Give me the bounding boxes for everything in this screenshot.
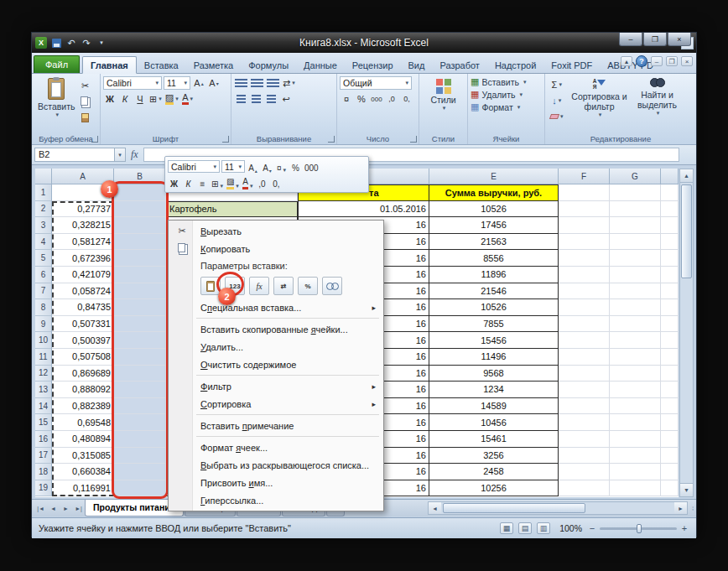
cell-E13[interactable]: 1234	[429, 382, 559, 398]
menu-item-17[interactable]: Присвоить имя...	[170, 474, 382, 491]
row-header-18[interactable]: 18	[35, 464, 52, 480]
cell-B1[interactable]	[114, 184, 166, 201]
shrink-font-icon[interactable]: А▾	[261, 160, 273, 174]
workbook-minimize-icon[interactable]: –	[651, 56, 663, 66]
find-select-button[interactable]: Найти и выделить ▾	[630, 76, 685, 123]
mini-font-family-combo[interactable]: Calibri▾	[168, 160, 220, 173]
row-header-12[interactable]: 12	[35, 366, 52, 382]
cell-B18[interactable]	[114, 464, 166, 480]
cell-x7[interactable]	[661, 283, 679, 300]
cell-E8[interactable]: 10526	[429, 299, 559, 316]
cell-A3[interactable]: 0,328215	[52, 217, 114, 234]
undo-icon[interactable]: ↶	[65, 37, 77, 49]
minimize-ribbon-icon[interactable]: ▴	[621, 56, 632, 66]
cell-G5[interactable]	[610, 250, 661, 267]
shrink-font-icon[interactable]: А▾	[207, 76, 221, 90]
row-header-9[interactable]: 9	[35, 316, 52, 333]
ribbon-tab-10[interactable]: Foxit PDF	[543, 57, 600, 73]
cell-x17[interactable]	[661, 448, 679, 465]
decrease-decimal-icon[interactable]: 0,	[270, 176, 283, 189]
cell-A18[interactable]: 0,660384	[52, 464, 114, 480]
row-header-19[interactable]: 19	[35, 480, 52, 497]
menu-item-4[interactable]: Специальная вставка...▸	[170, 298, 382, 316]
ribbon-tab-4[interactable]: Формулы	[241, 57, 296, 73]
cell-F10[interactable]	[559, 332, 610, 349]
cell-A1[interactable]	[52, 184, 114, 201]
minimize-button[interactable]: –	[619, 33, 642, 46]
row-header-7[interactable]: 7	[35, 283, 52, 300]
cell-B7[interactable]	[114, 283, 166, 300]
cut-icon[interactable]: ✂	[79, 79, 92, 92]
align-center-icon[interactable]: ≡	[196, 176, 209, 189]
row-header-2[interactable]: 2	[35, 201, 52, 218]
cell-B14[interactable]	[114, 398, 166, 415]
paste-formulas-icon[interactable]: fx	[249, 277, 269, 295]
paste-link-icon[interactable]	[322, 277, 342, 295]
font-dialog-launcher[interactable]	[222, 136, 229, 143]
column-header-B[interactable]: B	[114, 169, 166, 184]
row-header-4[interactable]: 4	[35, 234, 52, 251]
cell-A7[interactable]: 0,058724	[52, 283, 114, 300]
cell-E3[interactable]: 17456	[429, 217, 559, 234]
font-color-icon[interactable]: А▾	[181, 92, 195, 106]
cell-F1[interactable]	[559, 184, 610, 201]
cell-F6[interactable]	[559, 267, 610, 283]
cell-x14[interactable]	[661, 398, 679, 415]
row-header-13[interactable]: 13	[35, 382, 52, 398]
ribbon-tab-9[interactable]: Надстрой	[487, 57, 543, 73]
cell-x9[interactable]	[661, 316, 679, 333]
cell-B4[interactable]	[114, 234, 166, 251]
cell-E4[interactable]: 21563	[429, 234, 559, 251]
cell-x11[interactable]	[661, 349, 679, 366]
cell-E2[interactable]: 10526	[429, 201, 559, 218]
zoom-thumb[interactable]	[637, 524, 642, 533]
cell-G11[interactable]	[610, 349, 661, 366]
cell-F17[interactable]	[559, 448, 610, 465]
row-header-17[interactable]: 17	[35, 448, 52, 465]
cell-A16[interactable]: 0,480894	[52, 431, 114, 448]
menu-item-10[interactable]: Фильтр▸	[170, 377, 382, 395]
percent-style-icon[interactable]: %	[355, 92, 368, 106]
cell-B11[interactable]	[114, 349, 166, 366]
cell-F3[interactable]	[559, 217, 610, 234]
cell-A12[interactable]: 0,869689	[52, 366, 114, 382]
row-header-6[interactable]: 6	[35, 267, 52, 283]
cell-A8[interactable]: 0,84735	[52, 299, 114, 316]
page-layout-view-icon[interactable]: ▤	[518, 522, 532, 534]
delete-cells-button[interactable]: ▦ Удалить ▾	[471, 89, 542, 100]
align-center-icon[interactable]	[249, 92, 263, 106]
cell-B9[interactable]	[114, 316, 166, 333]
cell-F19[interactable]	[559, 480, 610, 497]
number-dialog-launcher[interactable]	[410, 136, 417, 143]
cell-B5[interactable]	[114, 250, 166, 267]
ribbon-tab-2[interactable]: Вставка	[137, 57, 186, 73]
redo-icon[interactable]: ↷	[81, 37, 92, 49]
cell-F9[interactable]	[559, 316, 610, 333]
cell-x18[interactable]	[661, 464, 679, 480]
tab-split-handle[interactable]: ⁞	[689, 500, 696, 516]
close-button[interactable]: ×	[668, 33, 691, 46]
ribbon-tab-0[interactable]: Файл	[34, 55, 80, 73]
comma-style-icon[interactable]: 000	[370, 92, 383, 106]
workbook-close-icon[interactable]: ×	[681, 56, 693, 66]
sort-filter-button[interactable]: АЯ Сортировка и фильтр ▾	[569, 76, 630, 123]
cell-B10[interactable]	[114, 332, 166, 349]
maximize-button[interactable]: ❐	[643, 33, 667, 46]
save-icon[interactable]	[50, 37, 62, 49]
column-header-partial[interactable]	[661, 169, 679, 184]
vertical-scroll-thumb[interactable]	[681, 184, 692, 278]
cell-G7[interactable]	[610, 283, 661, 300]
cell-E11[interactable]: 11496	[429, 349, 559, 366]
cell-B17[interactable]	[114, 448, 166, 465]
scroll-up-icon[interactable]: ▲	[680, 169, 693, 183]
last-sheet-icon[interactable]: ►|	[72, 500, 85, 516]
row-header-14[interactable]: 14	[35, 398, 52, 415]
cell-x19[interactable]	[661, 480, 679, 497]
cell-F13[interactable]	[559, 382, 610, 398]
cell-F4[interactable]	[559, 234, 610, 251]
cell-F14[interactable]	[559, 398, 610, 415]
cell-x13[interactable]	[661, 382, 679, 398]
clear-icon[interactable]: ▾	[549, 110, 564, 123]
menu-item-13[interactable]: Вставить примечание	[170, 417, 382, 434]
menu-item-11[interactable]: Сортировка▸	[170, 395, 382, 413]
